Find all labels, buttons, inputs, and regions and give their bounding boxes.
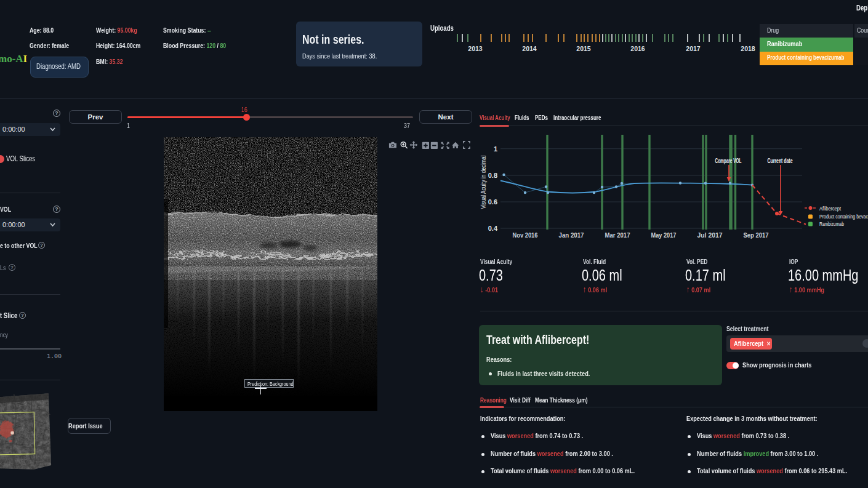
svg-text:0.8: 0.8 xyxy=(488,172,497,179)
svg-text:Current date: Current date xyxy=(768,157,793,164)
svg-text:Aflibercept: Aflibercept xyxy=(819,205,841,212)
svg-text:Ranibizumab: Ranibizumab xyxy=(819,220,844,227)
svg-text:Jan 2017: Jan 2017 xyxy=(559,231,584,239)
svg-text:Nov 2016: Nov 2016 xyxy=(513,231,538,239)
svg-text:Product containing bevac: Product containing bevac xyxy=(819,213,868,220)
svg-text:Sep 2017: Sep 2017 xyxy=(744,231,769,239)
svg-text:0.6: 0.6 xyxy=(488,198,497,206)
svg-text:0.4: 0.4 xyxy=(488,225,498,232)
svg-text:1: 1 xyxy=(494,145,497,153)
svg-text:Jul 2017: Jul 2017 xyxy=(697,231,723,239)
svg-text:Compare VOL: Compare VOL xyxy=(715,157,742,164)
svg-text:Visual Acuity in decimal: Visual Acuity in decimal xyxy=(480,156,487,209)
svg-text:Mar 2017: Mar 2017 xyxy=(605,231,630,239)
svg-text:May 2017: May 2017 xyxy=(651,231,677,239)
